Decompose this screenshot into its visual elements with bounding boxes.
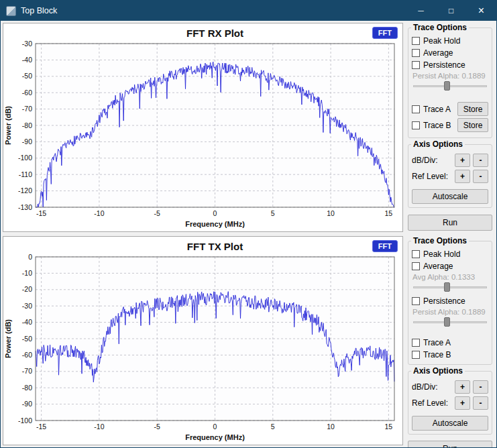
persistence-checkbox[interactable] xyxy=(412,297,420,305)
average-row: Average xyxy=(412,260,488,272)
persistence-label: Persistence xyxy=(423,60,465,70)
top-block-window: Top Block ─ □ × FFT RX Plot-30-40-50-60-… xyxy=(0,0,497,448)
trace-a-checkbox[interactable] xyxy=(412,105,420,113)
persist-alpha-slider[interactable] xyxy=(413,317,487,327)
axis-options-group: Axis Options dB/Div: + - Ref Level: + - … xyxy=(408,144,492,208)
db-div-row: dB/Div: + - xyxy=(412,380,488,394)
ref-level-plus-button[interactable]: + xyxy=(455,396,470,410)
svg-text:-70: -70 xyxy=(22,367,32,375)
db-div-plus-button[interactable]: + xyxy=(455,380,470,394)
avg-alpha-slider[interactable] xyxy=(413,282,487,292)
svg-text:10: 10 xyxy=(327,423,335,431)
svg-text:5: 5 xyxy=(271,209,275,217)
store-trace-b-button[interactable]: Store xyxy=(457,118,488,132)
fft-control-button[interactable]: FFT xyxy=(372,27,398,39)
svg-text:-15: -15 xyxy=(36,209,46,217)
svg-text:-5: -5 xyxy=(154,423,160,431)
slider-handle[interactable] xyxy=(444,317,450,327)
persistence-row: Persistence xyxy=(412,59,488,70)
svg-text:-10: -10 xyxy=(94,423,104,431)
svg-text:-40: -40 xyxy=(22,318,32,326)
slider-handle[interactable] xyxy=(444,282,450,292)
axis-options-title: Axis Options xyxy=(411,139,465,149)
svg-text:-80: -80 xyxy=(22,121,32,129)
peak-hold-row: Peak Hold xyxy=(412,35,488,46)
fft-rx-panel: FFT RX Plot-30-40-50-60-70-80-90-100-110… xyxy=(1,21,496,234)
fft-control-button[interactable]: FFT xyxy=(372,240,398,252)
svg-text:0: 0 xyxy=(213,209,217,217)
slider-track xyxy=(413,286,487,288)
tx-sidebar: Trace Options Peak Hold Average Avg Alph… xyxy=(404,234,496,447)
trace-a-label: Trace A xyxy=(423,105,451,114)
svg-text:0: 0 xyxy=(28,253,32,261)
average-label: Average xyxy=(423,262,453,271)
autoscale-button[interactable]: Autoscale xyxy=(412,416,488,431)
trace-b-checkbox[interactable] xyxy=(412,351,420,359)
db-div-minus-button[interactable]: - xyxy=(473,380,488,394)
average-checkbox[interactable] xyxy=(412,49,420,57)
fft-rx-chart-canvas[interactable]: FFT RX Plot-30-40-50-60-70-80-90-100-110… xyxy=(3,23,403,232)
titlebar: Top Block ─ □ × xyxy=(1,1,496,21)
trace-b-checkbox[interactable] xyxy=(412,121,420,129)
svg-text:-5: -5 xyxy=(154,209,160,217)
svg-text:-70: -70 xyxy=(22,105,32,113)
trace-options-group: Trace Options Peak Hold Average Persiste… xyxy=(408,27,492,138)
trace-options-title: Trace Options xyxy=(411,236,469,245)
svg-text:-60: -60 xyxy=(22,89,32,97)
svg-text:-90: -90 xyxy=(22,400,32,408)
peak-hold-checkbox[interactable] xyxy=(412,37,420,45)
svg-text:-30: -30 xyxy=(22,40,32,48)
persistence-row: Persistence xyxy=(412,295,488,306)
svg-text:15: 15 xyxy=(385,423,393,431)
peak-hold-checkbox[interactable] xyxy=(412,250,420,258)
peak-hold-row: Peak Hold xyxy=(412,248,488,260)
slider-track xyxy=(413,85,487,87)
trace-a-label: Trace A xyxy=(423,338,451,347)
persist-alpha-slider[interactable] xyxy=(413,80,487,91)
store-trace-a-button[interactable]: Store xyxy=(457,102,488,116)
trace-options-title: Trace Options xyxy=(411,23,469,32)
autoscale-button[interactable]: Autoscale xyxy=(412,189,488,204)
svg-text:-90: -90 xyxy=(22,137,32,146)
fft-tx-panel: FFT TX Plot0-10-20-30-40-50-60-70-80-90-… xyxy=(1,234,496,447)
persistence-label: Persistence xyxy=(423,296,465,306)
ref-level-minus-button[interactable]: - xyxy=(473,170,488,183)
average-checkbox[interactable] xyxy=(412,262,420,270)
svg-text:FFT TX Plot: FFT TX Plot xyxy=(187,241,243,252)
maximize-button[interactable]: □ xyxy=(436,1,466,21)
svg-text:-120: -120 xyxy=(18,186,32,194)
trace-b-label: Trace B xyxy=(423,350,451,359)
avg-alpha-label: Avg Alpha: 0.1333 xyxy=(412,273,488,281)
ref-level-plus-button[interactable]: + xyxy=(455,170,470,183)
svg-text:-130: -130 xyxy=(18,203,32,211)
slider-handle[interactable] xyxy=(444,81,450,91)
ref-level-label: Ref Level: xyxy=(412,398,452,408)
ref-level-row: Ref Level: + - xyxy=(412,396,488,410)
window-title: Top Block xyxy=(21,6,406,15)
close-button[interactable]: × xyxy=(466,1,496,21)
ref-level-label: Ref Level: xyxy=(412,172,452,181)
average-row: Average xyxy=(412,47,488,58)
persist-alpha-label: Persist Alpha: 0.1889 xyxy=(412,308,488,316)
db-div-plus-button[interactable]: + xyxy=(455,154,470,167)
svg-text:-50: -50 xyxy=(22,335,32,343)
run-button[interactable]: Run xyxy=(408,215,492,231)
trace-a-checkbox[interactable] xyxy=(412,339,420,347)
svg-text:-110: -110 xyxy=(19,170,32,178)
ref-level-minus-button[interactable]: - xyxy=(473,396,488,410)
fft-tx-chart-canvas[interactable]: FFT TX Plot0-10-20-30-40-50-60-70-80-90-… xyxy=(3,236,403,445)
svg-text:Frequency (MHz): Frequency (MHz) xyxy=(185,433,245,441)
persistence-checkbox[interactable] xyxy=(412,61,420,69)
app-icon xyxy=(6,6,16,16)
run-button[interactable]: Run xyxy=(408,441,492,448)
svg-text:FFT RX Plot: FFT RX Plot xyxy=(186,27,243,39)
svg-text:-40: -40 xyxy=(22,56,32,64)
peak-hold-label: Peak Hold xyxy=(423,249,460,259)
svg-text:-10: -10 xyxy=(22,269,32,277)
trace-a-row: Trace A xyxy=(412,337,488,348)
persist-alpha-label: Persist Alpha: 0.1889 xyxy=(412,72,488,80)
minimize-button[interactable]: ─ xyxy=(406,1,436,21)
db-div-minus-button[interactable]: - xyxy=(473,154,488,167)
trace-a-row: Trace A Store xyxy=(412,102,488,116)
svg-text:-100: -100 xyxy=(18,154,32,162)
